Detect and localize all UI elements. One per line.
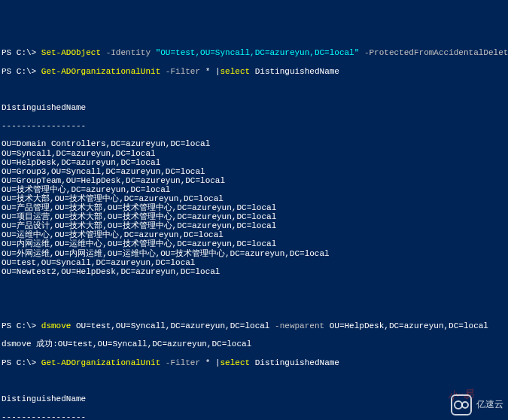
command-line-4: PS C:\> Get-ADOrganizationalUnit -Filter… — [2, 358, 506, 367]
command-line-2: PS C:\> Get-ADOrganizationalUnit -Filter… — [2, 67, 506, 76]
param: -ProtectedFromAccidentalDeletion: — [359, 48, 508, 57]
ou-entry: OU=Syncall,DC=azureyun,DC=local — [2, 149, 506, 158]
ou-entry: OU=运维中心,OU=技术管理中心,DC=azureyun,DC=local — [2, 230, 506, 239]
ou-entry: OU=产品管理,OU=技术大部,OU=技术管理中心,DC=azureyun,DC… — [2, 203, 506, 212]
select-cmd: select — [221, 358, 251, 367]
pipe: | — [215, 67, 221, 76]
param: -Filter — [166, 358, 200, 367]
blank-line — [2, 285, 506, 294]
blank-line — [2, 376, 506, 385]
watermark: 亿速云 — [451, 394, 503, 415]
ou-entry: OU=Newtest2,OU=HelpDesk,DC=azureyun,DC=l… — [2, 267, 506, 276]
cloud-icon — [451, 394, 472, 415]
ou-entry: OU=项目运营,OU=技术大部,OU=技术管理中心,DC=azureyun,DC… — [2, 212, 506, 221]
ou-entry: OU=Group3,OU=Syncall,DC=azureyun,DC=loca… — [2, 167, 506, 176]
prompt: PS C:\> — [2, 48, 41, 57]
column-header: DistinguishedName — [2, 394, 506, 403]
column-header: DistinguishedName — [2, 103, 506, 112]
terminal-output[interactable]: PS C:\> Set-ADObject -Identity "OU=test,… — [0, 36, 508, 420]
command-line-1: PS C:\> Set-ADObject -Identity "OU=test,… — [2, 48, 506, 57]
cmdlet: Get-ADOrganizationalUnit — [41, 358, 160, 367]
ou-entry: OU=GroupTeam,OU=HelpDesk,DC=azureyun,DC=… — [2, 176, 506, 185]
blank-line — [2, 303, 506, 312]
ou-entry: OU=HelpDesk,DC=azureyun,DC=local — [2, 158, 506, 167]
blank-line — [2, 85, 506, 94]
param: -newparent — [275, 321, 324, 330]
ou-entry: OU=内网运维,OU=运维中心,OU=技术管理中心,DC=azureyun,DC… — [2, 239, 506, 248]
dsmove-result: dsmove 成功:OU=test,OU=Syncall,DC=azureyun… — [2, 339, 506, 348]
command-line-3: PS C:\> dsmove OU=test,OU=Syncall,DC=azu… — [2, 321, 506, 330]
prompt: PS C:\> — [2, 358, 41, 367]
cmdlet: Set-ADObject — [41, 48, 101, 57]
pipe: | — [215, 358, 221, 367]
cmdlet: Get-ADOrganizationalUnit — [41, 67, 160, 76]
header-divider: ----------------- — [2, 121, 506, 130]
select-cmd: select — [221, 67, 251, 76]
param: -Identity — [106, 48, 156, 57]
prompt: PS C:\> — [2, 321, 41, 330]
ou-entry: OU=Domain Controllers,DC=azureyun,DC=loc… — [2, 139, 506, 148]
ou-entry: OU=test,OU=Syncall,DC=azureyun,DC=local — [2, 258, 506, 267]
identity-string: "OU=test,OU=Syncall,DC=azureyun,DC=local… — [156, 48, 360, 57]
ou-entry: OU=技术大部,OU=技术管理中心,DC=azureyun,DC=local — [2, 194, 506, 203]
cmdlet: dsmove — [41, 321, 71, 330]
watermark-label: 亿速云 — [476, 400, 503, 409]
prompt: PS C:\> — [2, 67, 41, 76]
ou-entry: OU=技术管理中心,DC=azureyun,DC=local — [2, 185, 506, 194]
ou-entry: OU=外网运维,OU=内网运维,OU=运维中心,OU=技术管理中心,DC=azu… — [2, 249, 506, 258]
param: -Filter — [166, 67, 200, 76]
ou-entry: OU=产品设计,OU=技术大部,OU=技术管理中心,DC=azureyun,DC… — [2, 221, 506, 230]
header-divider: ----------------- — [2, 412, 506, 420]
